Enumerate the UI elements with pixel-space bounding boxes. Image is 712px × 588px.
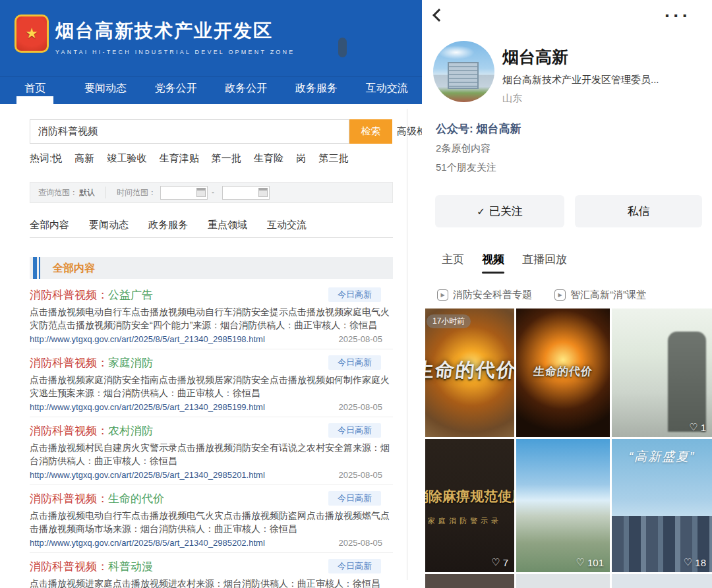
private-message-button[interactable]: 私信 xyxy=(575,195,702,227)
hotword-link[interactable]: 生育险 xyxy=(254,152,283,163)
account-region: 山东 xyxy=(502,92,522,105)
tab-home[interactable]: 主页 xyxy=(442,252,464,274)
date-from-input[interactable] xyxy=(160,186,208,200)
result-title-link[interactable]: 消防科普视频：家庭消防 xyxy=(30,355,153,370)
source-badge: 今日高新 xyxy=(328,491,381,506)
video-tile[interactable]: 生命的代价 xyxy=(516,309,610,437)
account-name: 烟台高新 xyxy=(502,46,568,68)
result-url-link[interactable]: http://www.ytgxq.gov.cn/art/2025/8/5/art… xyxy=(30,538,265,548)
result-url-link[interactable]: http://www.ytgxq.gov.cn/art/2025/8/5/art… xyxy=(30,402,265,412)
video-tile[interactable]: 消除麻痹规范使用 家庭消防警示录 ♡7 xyxy=(425,439,514,572)
nav-item-interaction[interactable]: 互动交流 xyxy=(351,77,422,104)
calendar-icon[interactable] xyxy=(258,188,268,197)
panel-divider xyxy=(407,109,407,580)
site-subtitle: YANTAI HI-TECH INDUSTRIAL DEVEL OPMENT Z… xyxy=(55,49,295,55)
hotword-link[interactable]: 生育津贴 xyxy=(160,152,199,163)
hotword-link[interactable]: 第三批 xyxy=(318,152,348,163)
nav-item-party-affairs[interactable]: 党务公开 xyxy=(140,77,211,104)
back-icon[interactable] xyxy=(432,9,446,22)
like-count: ♡101 xyxy=(576,556,604,568)
video-subcaption: 家庭消防警示录 xyxy=(428,516,502,526)
check-icon: ✓ xyxy=(477,206,485,218)
search-result: 消防科普视频：科普动漫 今日高新 点击播放视频进家庭点击播放视频进农村来源：烟台… xyxy=(30,559,393,588)
heart-icon: ♡ xyxy=(576,556,585,568)
video-caption: 生命的代价 xyxy=(516,364,610,379)
nav-item-gov-services[interactable]: 政务服务 xyxy=(282,77,352,104)
emblem-star-icon: ★ xyxy=(25,26,38,41)
source-badge: 今日高新 xyxy=(328,559,381,573)
filter-bar: 查询范围： 默认 时间范围： - xyxy=(30,182,393,203)
filter-divider xyxy=(105,187,106,198)
video-tile-partial[interactable] xyxy=(612,574,712,588)
tab-live-replay[interactable]: 直播回放 xyxy=(522,252,567,274)
heart-icon: ♡ xyxy=(689,421,697,433)
result-category-tabs: 全部内容 要闻动态 政务服务 重点领域 互动交流 xyxy=(30,219,393,238)
tab-news[interactable]: 要闻动态 xyxy=(89,219,129,237)
nav-item-home[interactable]: 首页 xyxy=(0,77,71,104)
video-caption: “高新盛夏” xyxy=(612,448,712,465)
followed-button[interactable]: ✓ 已关注 xyxy=(435,195,564,227)
search-button[interactable]: 检索 xyxy=(349,119,392,144)
play-icon: ▶ xyxy=(437,289,448,301)
result-url-link[interactable]: http://www.ytgxq.gov.cn/art/2025/8/5/art… xyxy=(30,334,265,344)
heart-icon: ♡ xyxy=(491,556,500,568)
tab-videos[interactable]: 视频 xyxy=(482,252,504,274)
hotword-link[interactable]: 高新 xyxy=(74,152,94,163)
section-header: 全部内容 xyxy=(30,257,393,279)
tab-interaction[interactable]: 互动交流 xyxy=(267,219,307,237)
result-snippet: 点击播放视频电动自行车点击播放视频电动自行车消防安全提示点击播放视频家庭电气火灾… xyxy=(30,305,393,332)
account-tabs: 主页 视频 直播回放 xyxy=(442,252,567,274)
result-title-link[interactable]: 消防科普视频：公益广告 xyxy=(30,287,153,303)
hotword-link[interactable]: 悦 xyxy=(52,152,62,163)
official-account-panel: ··· 烟台高新 烟台高新技术产业开发区管理委员... 山东 公众号: 烟台高新… xyxy=(425,0,712,588)
section-accent-bar xyxy=(39,257,40,279)
video-tile-partial[interactable] xyxy=(425,574,514,588)
friends-follow-count: 51个朋友关注 xyxy=(436,162,496,174)
video-tile[interactable]: ♡101 xyxy=(516,439,610,572)
advanced-search-link[interactable]: 高级检索 xyxy=(397,125,422,138)
result-title-link[interactable]: 消防科普视频：生命的代价 xyxy=(30,491,164,506)
tab-gov-services[interactable]: 政务服务 xyxy=(148,219,188,237)
video-tile[interactable]: ♡1 xyxy=(612,309,712,437)
playlist-fire-safety[interactable]: ▶ 消防安全科普专题 xyxy=(437,289,532,301)
playlist-row: ▶ 消防安全科普专题 ▶ 智汇高新“消”课堂 xyxy=(437,289,646,301)
date-to-input[interactable] xyxy=(222,186,270,200)
hotword-link[interactable]: 第一批 xyxy=(212,152,241,163)
video-tile[interactable]: “高新盛夏” ♡18 xyxy=(612,439,712,572)
hotword-link[interactable]: 岗 xyxy=(296,152,306,163)
result-snippet: 点击播放视频进家庭点击播放视频进农村来源：烟台消防供稿人：曲正审核人：徐恒昌 xyxy=(30,577,393,588)
official-account-line[interactable]: 公众号: 烟台高新 xyxy=(436,121,521,136)
playlist-smart-class[interactable]: ▶ 智汇高新“消”课堂 xyxy=(554,289,646,301)
section-accent-bar xyxy=(33,257,37,279)
hotwords-label: 热词: xyxy=(30,152,52,163)
national-emblem-logo: ★ xyxy=(15,15,49,53)
scope-label: 查询范围： xyxy=(38,187,78,198)
original-content-count: 2条原创内容 xyxy=(436,142,490,155)
gov-header: ★ 烟台高新技术产业开发区 YANTAI HI-TECH INDUSTRIAL … xyxy=(0,0,422,104)
avatar-cloud-decoration xyxy=(438,45,475,59)
result-title-link[interactable]: 消防科普视频：农村消防 xyxy=(30,423,153,438)
search-result: 消防科普视频：公益广告 今日高新 点击播放视频电动自行车点击播放视频电动自行车消… xyxy=(30,287,393,349)
result-url-link[interactable]: http://www.ytgxq.gov.cn/art/2025/8/5/art… xyxy=(30,470,265,480)
video-tile[interactable]: 17小时前 生命的代价 xyxy=(425,309,514,437)
nav-item-news[interactable]: 要闻动态 xyxy=(71,77,141,104)
play-icon: ▶ xyxy=(554,289,566,301)
video-tile-partial[interactable] xyxy=(516,574,610,588)
search-result: 消防科普视频：农村消防 今日高新 点击播放视频村民自建房火灾警示录点击播放视频消… xyxy=(30,423,393,485)
like-count: ♡1 xyxy=(689,421,706,433)
tab-all-content[interactable]: 全部内容 xyxy=(30,219,69,237)
scope-value[interactable]: 默认 xyxy=(79,187,95,198)
source-badge: 今日高新 xyxy=(328,287,381,302)
more-options-icon[interactable]: ··· xyxy=(665,5,691,26)
calendar-icon[interactable] xyxy=(196,188,206,197)
source-badge: 今日高新 xyxy=(328,355,381,370)
result-title-link[interactable]: 消防科普视频：科普动漫 xyxy=(30,559,153,574)
tab-key-areas[interactable]: 重点领域 xyxy=(208,219,247,237)
hotwords-row: 热词:悦 高新 竣工验收 生育津贴 第一批 生育险 岗 第三批 xyxy=(30,152,348,165)
main-nav: 首页 要闻动态 党务公开 政务公开 政务服务 互动交流 xyxy=(0,76,422,104)
hotword-link[interactable]: 竣工验收 xyxy=(107,152,147,163)
avatar[interactable] xyxy=(433,41,494,102)
result-snippet: 点击播放视频电动自行车点击播放视频电气火灾点击播放视频防盗网点击播放视频燃气点击… xyxy=(30,509,393,535)
nav-item-gov-affairs[interactable]: 政务公开 xyxy=(211,77,282,104)
search-input[interactable] xyxy=(30,119,349,144)
